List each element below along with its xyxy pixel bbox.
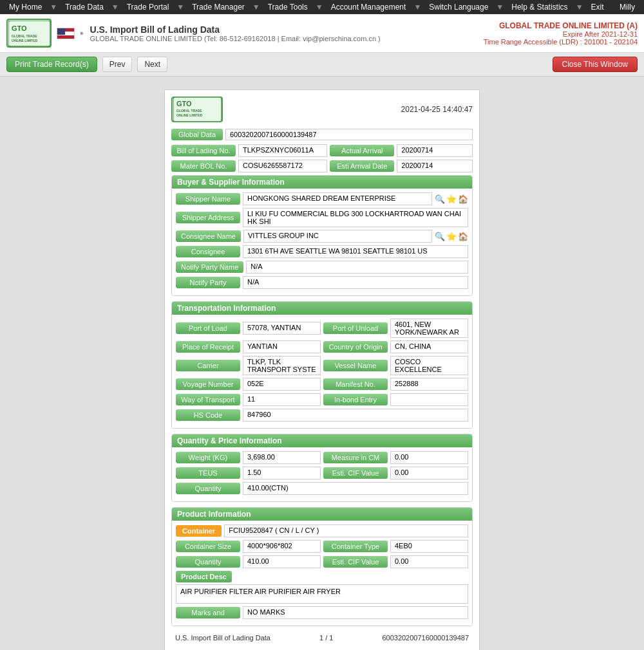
product-body: Container FCIU9520847 ( CN / L / CY ) Co…: [172, 521, 472, 626]
port-row: Port of Load 57078, YANTIAN Port of Unlo…: [176, 319, 468, 338]
time-range: Time Range Accessible (LDR) : 201001 - 2…: [484, 38, 638, 46]
bol-no-value: TLKPSZXNYC06011A: [238, 144, 327, 157]
transport-bond-row: Way of Transport 11 In-bond Entry: [176, 393, 468, 406]
quantity-price-header: Quantity & Price Information: [172, 434, 472, 447]
master-bol-label: Mater BOL No.: [171, 160, 236, 172]
nav-trade-tools[interactable]: Trade Tools: [264, 3, 312, 12]
product-section: Product Information Container FCIU952084…: [171, 507, 473, 626]
svg-text:GLOBAL TRADE: GLOBAL TRADE: [176, 109, 202, 113]
shipper-search-icon[interactable]: 🔍: [435, 194, 445, 204]
carrier-value: TLKP, TLK TRANSPORT SYSTE: [243, 356, 321, 375]
shipper-address-label: Shipper Address: [176, 212, 240, 223]
product-desc-value: AIR PURIFIER FILTER AIR PURIFIER AIR FRY…: [176, 584, 468, 604]
way-transport-label: Way of Transport: [176, 394, 240, 405]
nav-trade-manager[interactable]: Trade Manager: [188, 3, 249, 12]
nav-exit[interactable]: Exit: [587, 3, 608, 12]
esti-cif-value: 0.00: [390, 467, 468, 479]
container-label: Container: [176, 525, 222, 537]
container-value: FCIU9520847 ( CN / L / CY ): [224, 525, 468, 537]
user-name: Milly: [616, 3, 639, 12]
hs-code-label: HS Code: [176, 409, 240, 421]
print-record-button-top[interactable]: Print Trade Record(s): [6, 57, 97, 72]
marks-row: Marks and NO MARKS: [176, 606, 468, 619]
next-button-top[interactable]: Next: [137, 57, 167, 72]
buyer-supplier-body: Shipper Name HONGKONG SHARED DREAM ENTER…: [172, 189, 472, 295]
place-country-row: Place of Receipt YANTIAN Country of Orig…: [176, 340, 468, 353]
shipper-home-icon[interactable]: 🏠: [458, 194, 468, 204]
notify-party-label: Notify Party: [176, 277, 240, 288]
svg-text:ONLINE LIMITED: ONLINE LIMITED: [176, 113, 203, 117]
consignee-star-icon[interactable]: ⭐: [446, 232, 457, 241]
shipper-name-row: Shipper Name HONGKONG SHARED DREAM ENTER…: [176, 192, 468, 205]
bol-row: Bill of Lading No. TLKPSZXNYC06011A Actu…: [171, 144, 473, 157]
consignee-name-row: Consignee Name VITTLES GROUP INC 🔍 ⭐ 🏠: [176, 230, 468, 243]
buyer-supplier-header: Buyer & Supplier Information: [172, 176, 472, 189]
container-type-label: Container Type: [323, 541, 388, 552]
header-title-block: U.S. Import Bill of Lading Data GLOBAL T…: [84, 24, 484, 42]
master-bol-row: Mater BOL No. COSU6265587172 Esti Arriva…: [171, 160, 473, 172]
company-name-display: GLOBAL TRADE ONLINE LIMITED (A): [484, 21, 638, 30]
transportation-body: Port of Load 57078, YANTIAN Port of Unlo…: [172, 315, 472, 428]
us-flag: [57, 28, 75, 39]
nav-my-home[interactable]: My Home: [5, 3, 46, 12]
svg-text:GTO: GTO: [176, 100, 192, 107]
notify-party-name-value: N/A: [246, 261, 468, 274]
consignee-search-icon[interactable]: 🔍: [435, 232, 445, 241]
shipper-name-value: HONGKONG SHARED DREAM ENTERPRISE: [243, 192, 432, 205]
close-button-top[interactable]: Close This Window: [553, 57, 638, 72]
hs-code-value: 847960: [243, 409, 468, 422]
container-size-label: Container Size: [176, 541, 240, 552]
weight-measure-row: Weight (KG) 3,698.00 Measure in CM 0.00: [176, 451, 468, 464]
product-qty-label: Quantity: [176, 556, 240, 568]
measure-cm-value: 0.00: [390, 451, 468, 464]
notify-party-value: N/A: [243, 276, 468, 289]
record-source: U.S. Import Bill of Lading Data: [175, 634, 270, 642]
nav-help-statistics[interactable]: Help & Statistics: [507, 3, 571, 12]
company-logo: GTO GLOBAL TRADE ONLINE LIMITED: [6, 19, 52, 48]
quantity-value: 410.00(CTN): [243, 482, 468, 495]
record-logo: GTO GLOBAL TRADE ONLINE LIMITED: [171, 97, 223, 122]
consignee-home-icon[interactable]: 🏠: [458, 232, 468, 241]
nav-trade-portal[interactable]: Trade Portal: [123, 3, 173, 12]
container-row: Container FCIU9520847 ( CN / L / CY ): [176, 525, 468, 537]
nav-trade-data[interactable]: Trade Data: [61, 3, 108, 12]
consignee-row: Consignee 1301 6TH AVE SEATTLE WA 98101 …: [176, 245, 468, 258]
hs-code-row: HS Code 847960: [176, 409, 468, 422]
port-load-label: Port of Load: [176, 322, 240, 334]
container-size-type-row: Container Size 4000*906*802 Container Ty…: [176, 540, 468, 553]
page-title: U.S. Import Bill of Lading Data: [90, 24, 484, 35]
nav-switch-language[interactable]: Switch Language: [425, 3, 492, 12]
notify-party-row: Notify Party N/A: [176, 276, 468, 289]
global-data-row: Global Data 6003202007160000139487: [171, 129, 473, 140]
teus-label: TEUS: [176, 467, 240, 479]
shipper-star-icon[interactable]: ⭐: [446, 194, 457, 204]
nav-account-management[interactable]: Account Management: [327, 3, 410, 12]
teus-cif-row: TEUS 1.50 Esti. CIF Value 0.00: [176, 467, 468, 479]
consignee-name-label: Consignee Name: [176, 230, 241, 242]
global-data-label: Global Data: [171, 129, 223, 140]
weight-value: 3,698.00: [243, 451, 321, 464]
prev-button-top[interactable]: Prev: [102, 57, 133, 72]
product-qty-cif-row: Quantity 410.00 Esti. CIF Value 0.00: [176, 555, 468, 568]
esti-cif-label: Esti. CIF Value: [323, 467, 388, 479]
shipper-name-actions: 🔍 ⭐ 🏠: [435, 194, 468, 204]
top-navigation: My Home ▼ Trade Data ▼ Trade Portal ▼ Tr…: [0, 0, 644, 14]
container-type-value: 4EB0: [390, 540, 468, 553]
carrier-label: Carrier: [176, 360, 240, 371]
shipper-name-label: Shipper Name: [176, 193, 240, 205]
weight-label: Weight (KG): [176, 452, 240, 463]
record-page: 1 / 1: [319, 634, 333, 642]
carrier-vessel-row: Carrier TLKP, TLK TRANSPORT SYSTE Vessel…: [176, 356, 468, 375]
consignee-name-value: VITTLES GROUP INC: [243, 230, 432, 243]
teus-value: 1.50: [243, 467, 321, 479]
shipper-address-value: LI KIU FU COMMERCIAL BLDG 300 LOCKHARTRO…: [243, 208, 468, 227]
quantity-price-body: Weight (KG) 3,698.00 Measure in CM 0.00 …: [172, 447, 472, 501]
consignee-value: 1301 6TH AVE SEATTLE WA 98101 SEATTLE 98…: [243, 245, 468, 258]
master-bol-value: COSU6265587172: [238, 160, 327, 172]
product-cif-label: Esti. CIF Value: [323, 556, 388, 568]
marks-value: NO MARKS: [243, 606, 468, 619]
logo-area: GTO GLOBAL TRADE ONLINE LIMITED •: [6, 19, 84, 48]
product-desc-section: Product Desc AIR PURIFIER FILTER AIR PUR…: [176, 571, 468, 604]
esti-arrival-value: 20200714: [397, 160, 473, 172]
product-qty-value: 410.00: [243, 555, 321, 568]
